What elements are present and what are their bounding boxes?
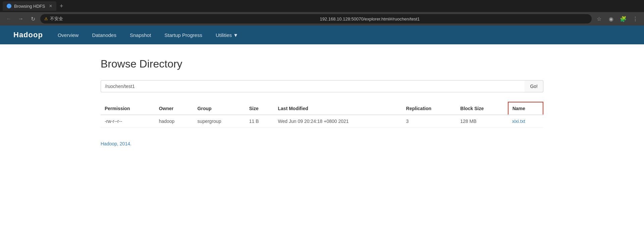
cell-permission: -rw-r--r--: [101, 115, 155, 128]
new-tab-button[interactable]: +: [58, 3, 65, 10]
forward-button[interactable]: →: [16, 14, 25, 24]
cell-last-modified: Wed Jun 09 20:24:18 +0800 2021: [274, 115, 402, 128]
utilities-dropdown-icon: ▼: [233, 32, 238, 38]
menu-icon[interactable]: ⋮: [631, 14, 640, 24]
bookmark-icon[interactable]: ☆: [594, 14, 604, 24]
cell-block-size: 128 MB: [456, 115, 508, 128]
col-group: Group: [194, 102, 245, 115]
table-header: Permission Owner Group Size Last Modifie…: [101, 102, 543, 115]
table-header-row: Permission Owner Group Size Last Modifie…: [101, 102, 543, 115]
col-owner: Owner: [155, 102, 194, 115]
browser-action-buttons: ☆ ◉ 🧩 ⋮: [594, 14, 640, 24]
path-input[interactable]: [101, 80, 525, 92]
go-button[interactable]: Go!: [525, 80, 543, 92]
cell-group: supergroup: [194, 115, 245, 128]
nav-link-snapshot[interactable]: Snapshot: [124, 30, 156, 41]
table-row: -rw-r--r-- hadoop supergroup 11 B Wed Ju…: [101, 115, 543, 128]
file-link[interactable]: xixi.txt: [512, 119, 525, 124]
browser-chrome: Browsing HDFS ✕ + ← → ↻ ⚠ 不安全 192.168.10…: [0, 0, 644, 26]
hadoop-navbar: Hadoop Overview Datanodes Snapshot Start…: [0, 26, 644, 44]
utilities-label: Utilities: [216, 32, 232, 38]
extensions-icon[interactable]: 🧩: [619, 14, 628, 24]
col-size: Size: [245, 102, 274, 115]
url-path: /ruochen/test1: [392, 16, 420, 21]
cell-replication: 3: [402, 115, 457, 128]
path-bar: Go!: [101, 80, 543, 92]
col-name: Name: [508, 102, 543, 115]
col-block-size: Block Size: [456, 102, 508, 115]
col-last-modified: Last Modified: [274, 102, 402, 115]
url-prefix: 192.168.10.128:50070/explorer.html#: [320, 16, 392, 21]
hadoop-brand: Hadoop: [13, 31, 43, 39]
main-content: Browse Directory Go! Permission Owner Gr…: [0, 44, 644, 225]
cell-size: 11 B: [245, 115, 274, 128]
nav-link-datanodes[interactable]: Datanodes: [87, 30, 122, 41]
col-replication: Replication: [402, 102, 457, 115]
back-button[interactable]: ←: [4, 14, 13, 24]
page-title: Browse Directory: [101, 58, 543, 70]
browser-controls: ← → ↻ ⚠ 不安全 192.168.10.128:50070/explore…: [0, 12, 644, 26]
browser-tab-active[interactable]: Browsing HDFS ✕: [3, 1, 56, 11]
directory-table: Permission Owner Group Size Last Modifie…: [101, 102, 543, 128]
footer-text: Hadoop, 2014.: [101, 141, 543, 146]
nav-link-utilities[interactable]: Utilities ▼: [210, 30, 244, 41]
security-warning: 不安全: [50, 16, 318, 22]
security-icon: ⚠: [44, 16, 48, 21]
table-body: -rw-r--r-- hadoop supergroup 11 B Wed Ju…: [101, 115, 543, 128]
tab-title: Browsing HDFS: [14, 4, 45, 9]
close-tab-icon[interactable]: ✕: [49, 4, 52, 8]
nav-link-overview[interactable]: Overview: [52, 30, 84, 41]
cell-name: xixi.txt: [508, 115, 543, 128]
url-display: 192.168.10.128:50070/explorer.html#/ruoc…: [320, 16, 588, 21]
cell-owner: hadoop: [155, 115, 194, 128]
col-permission: Permission: [101, 102, 155, 115]
address-bar[interactable]: ⚠ 不安全 192.168.10.128:50070/explorer.html…: [40, 14, 592, 24]
browser-tab-bar: Browsing HDFS ✕ +: [0, 0, 644, 12]
profile-icon[interactable]: ◉: [606, 14, 616, 24]
reload-button[interactable]: ↻: [28, 14, 38, 24]
tab-favicon: [7, 4, 11, 8]
nav-link-startup-progress[interactable]: Startup Progress: [159, 30, 208, 41]
